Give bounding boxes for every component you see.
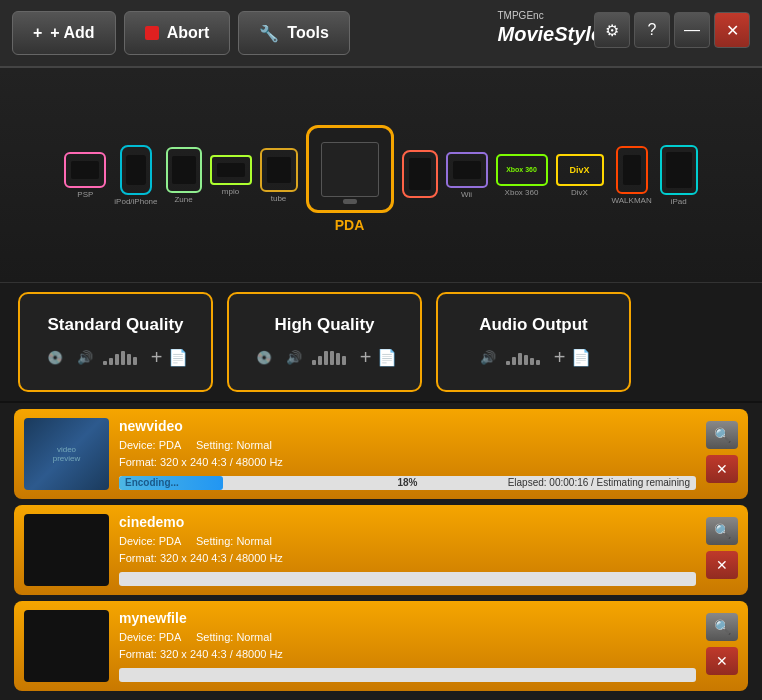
- app-title-line2: MovieStyle: [498, 22, 602, 46]
- device-selector: PSP iPod/iPhone Zune: [0, 68, 762, 283]
- queue-remove-btn-2[interactable]: ✕: [706, 551, 738, 579]
- queue-search-btn-1[interactable]: 🔍: [706, 421, 738, 449]
- settings-button[interactable]: ⚙: [594, 12, 630, 48]
- sidebar-item-generic[interactable]: [402, 150, 438, 200]
- queue-format-1: Format: 320 x 240 4:3 / 48000 Hz: [119, 454, 696, 471]
- sidebar-item-walkman[interactable]: WALKMAN: [612, 146, 652, 205]
- queue-format-2: Format: 320 x 240 4:3 / 48000 Hz: [119, 550, 696, 567]
- queue-info-2: cinedemo Device: PDA Setting: Normal For…: [119, 514, 696, 586]
- top-bar: + + Add Abort 🔧 Tools TMPGEnc MovieStyle…: [0, 0, 762, 68]
- device-strip: PSP iPod/iPhone Zune: [54, 117, 707, 233]
- help-icon: ?: [648, 21, 657, 39]
- device-label-q1: Device: PDA: [119, 439, 181, 451]
- device-label-ipad: iPad: [671, 197, 687, 206]
- high-quality-panel[interactable]: High Quality 💿 🔊 + 📄: [227, 292, 422, 392]
- app-title-line1: TMPGEnc: [498, 10, 602, 22]
- device-label-zune: Zune: [174, 195, 192, 204]
- sidebar-item-ipad[interactable]: iPad: [660, 145, 698, 206]
- queue-search-btn-2[interactable]: 🔍: [706, 517, 738, 545]
- add-label: + Add: [50, 24, 94, 42]
- audio-output-icons: 🔊 + 📄: [476, 345, 592, 369]
- format-label-q2: Format: 320 x 240 4:3 / 48000 Hz: [119, 552, 283, 564]
- add-button[interactable]: + + Add: [12, 11, 116, 55]
- progress-encoding-label: Encoding...: [125, 476, 179, 490]
- queue-item-3: mynewfile Device: PDA Setting: Normal Fo…: [14, 601, 748, 691]
- queue-progress-2: [119, 572, 696, 586]
- abort-icon: [145, 26, 159, 40]
- format-label-q1: Format: 320 x 240 4:3 / 48000 Hz: [119, 456, 283, 468]
- queue-thumb-1: videopreview: [24, 418, 109, 490]
- standard-quality-icons: 💿 🔊 + 📄: [43, 345, 189, 369]
- minimize-icon: —: [684, 21, 700, 39]
- queue-progress-3: [119, 668, 696, 682]
- device-label-walkman: WALKMAN: [612, 196, 652, 205]
- device-label-q2: Device: PDA: [119, 535, 181, 547]
- tools-label: Tools: [287, 24, 328, 42]
- sidebar-item-psp[interactable]: PSP: [64, 152, 106, 199]
- audio-bars: [506, 349, 540, 365]
- queue-thumb-3: [24, 610, 109, 682]
- audio-plus-icon: +: [554, 346, 566, 369]
- queue-remove-btn-1[interactable]: ✕: [706, 455, 738, 483]
- sidebar-item-mpio[interactable]: mpio: [210, 155, 252, 196]
- audio-output-title: Audio Output: [479, 315, 588, 335]
- queue-progress-1: Encoding... 18% Elapsed: 00:00:16 / Esti…: [119, 476, 696, 490]
- close-icon: ✕: [726, 21, 739, 40]
- queue-actions-1: 🔍 ✕: [706, 421, 738, 483]
- plus-icon: +: [33, 24, 42, 42]
- high-quality-icons: 💿 🔊 + 📄: [252, 345, 398, 369]
- sidebar-item-xbox[interactable]: Xbox 360 Xbox 360: [496, 154, 548, 197]
- speaker-icon3: 🔊: [476, 345, 500, 369]
- disc-icon: 💿: [43, 345, 67, 369]
- high-quality-title: High Quality: [274, 315, 374, 335]
- audio-output-panel[interactable]: Audio Output 🔊 + 📄: [436, 292, 631, 392]
- disc-icon2: 💿: [252, 345, 276, 369]
- queue-info-1: newvideo Device: PDA Setting: Normal For…: [119, 418, 696, 490]
- sidebar-item-zune[interactable]: Zune: [166, 147, 202, 204]
- abort-button[interactable]: Abort: [124, 11, 231, 55]
- audio-folder-icon: 📄: [571, 348, 591, 367]
- queue-actions-3: 🔍 ✕: [706, 613, 738, 675]
- format-label-q3: Format: 320 x 240 4:3 / 48000 Hz: [119, 648, 283, 660]
- standard-quality-panel[interactable]: Standard Quality 💿 🔊 + 📄: [18, 292, 213, 392]
- abort-label: Abort: [167, 24, 210, 42]
- queue-detail-2: Device: PDA Setting: Normal: [119, 533, 696, 550]
- speaker-icon2: 🔊: [282, 345, 306, 369]
- wrench-icon: 🔧: [259, 24, 279, 43]
- queue-detail-3: Device: PDA Setting: Normal: [119, 629, 696, 646]
- app-logo: TMPGEnc MovieStyle: [498, 10, 602, 46]
- minimize-button[interactable]: —: [674, 12, 710, 48]
- speaker-icon: 🔊: [73, 345, 97, 369]
- queue-actions-2: 🔍 ✕: [706, 517, 738, 579]
- setting-label-q1: Setting: Normal: [196, 439, 272, 451]
- help-button[interactable]: ?: [634, 12, 670, 48]
- sidebar-item-divx[interactable]: DivX DivX: [556, 154, 604, 197]
- sidebar-item-tube[interactable]: tube: [260, 148, 298, 203]
- progress-pct-1: 18%: [397, 476, 417, 490]
- device-label-ipod: iPod/iPhone: [114, 197, 157, 206]
- queue-remove-btn-3[interactable]: ✕: [706, 647, 738, 675]
- queue-item-1: videopreview newvideo Device: PDA Settin…: [14, 409, 748, 499]
- tools-button[interactable]: 🔧 Tools: [238, 11, 349, 55]
- sidebar-item-ipod[interactable]: iPod/iPhone: [114, 145, 157, 206]
- device-label-divx: DivX: [571, 188, 588, 197]
- device-label-pda: PDA: [335, 217, 365, 233]
- device-label-tube: tube: [271, 194, 287, 203]
- queue-info-3: mynewfile Device: PDA Setting: Normal Fo…: [119, 610, 696, 682]
- window-controls: ⚙ ? — ✕: [594, 12, 750, 48]
- sidebar-item-pda[interactable]: PDA: [306, 125, 394, 233]
- sidebar-item-wii[interactable]: Wii: [446, 152, 488, 199]
- device-label-xbox: Xbox 360: [505, 188, 539, 197]
- queue-format-3: Format: 320 x 240 4:3 / 48000 Hz: [119, 646, 696, 663]
- standard-quality-title: Standard Quality: [47, 315, 183, 335]
- queue-thumb-2: [24, 514, 109, 586]
- high-folder-icon: 📄: [377, 348, 397, 367]
- high-plus-icon: +: [360, 346, 372, 369]
- toolbar-buttons: + + Add Abort 🔧 Tools: [12, 11, 350, 55]
- queue-detail-1: Device: PDA Setting: Normal: [119, 437, 696, 454]
- gear-icon: ⚙: [605, 21, 619, 40]
- close-button[interactable]: ✕: [714, 12, 750, 48]
- quality-panels: Standard Quality 💿 🔊 + 📄 High Quality: [0, 283, 762, 403]
- queue-search-btn-3[interactable]: 🔍: [706, 613, 738, 641]
- device-label-mpio: mpio: [222, 187, 239, 196]
